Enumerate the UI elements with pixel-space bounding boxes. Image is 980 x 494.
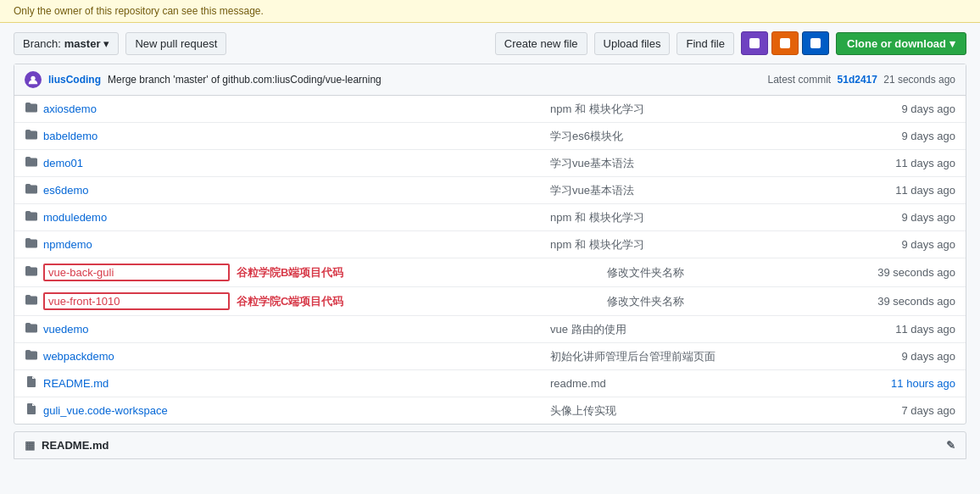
folder-icon — [25, 128, 38, 144]
file-description: npm 和 模块化学习 — [540, 210, 871, 225]
annotation-label: 谷粒学院B端项目代码 — [237, 265, 343, 280]
file-name[interactable]: README.md — [43, 377, 230, 390]
table-row: vue-back-guli谷粒学院B端项目代码修改文件夹名称39 seconds… — [14, 258, 966, 287]
file-description: readme.md — [540, 377, 871, 390]
file-timestamp: 11 days ago — [871, 184, 955, 197]
user-icon-group — [741, 31, 829, 55]
find-file-button[interactable]: Find file — [677, 32, 734, 55]
branch-selector[interactable]: Branch: master ▾ — [14, 32, 119, 55]
folder-icon — [25, 348, 38, 364]
folder-icon — [25, 209, 38, 225]
folder-icon — [25, 182, 38, 198]
file-name[interactable]: es6demo — [43, 184, 230, 197]
upload-files-button[interactable]: Upload files — [594, 32, 671, 55]
file-description: 头像上传实现 — [540, 403, 871, 419]
file-timestamp: 9 days ago — [871, 103, 955, 115]
file-description: 修改文件夹名称 — [597, 294, 871, 309]
file-description: 学习vue基本语法 — [540, 156, 871, 171]
file-icon — [25, 375, 38, 391]
folder-icon — [25, 264, 38, 280]
file-timestamp: 11 days ago — [871, 323, 955, 336]
file-timestamp: 9 days ago — [871, 211, 955, 224]
file-timestamp: 39 seconds ago — [871, 266, 955, 279]
file-timestamp: 9 days ago — [871, 350, 955, 363]
table-row: babeldemo学习es6模块化9 days ago — [14, 123, 966, 150]
annotation-label: 谷粒学院C端项目代码 — [237, 294, 343, 309]
table-row: webpackdemo初始化讲师管理后台管理前端页面9 days ago — [14, 343, 966, 370]
icon-button-3[interactable] — [802, 31, 829, 55]
chevron-down-icon: ▾ — [103, 37, 109, 50]
table-row: vuedemovue 路由的使用11 days ago — [14, 316, 966, 343]
file-timestamp: 9 days ago — [871, 238, 955, 251]
toolbar: Branch: master ▾ New pull request Create… — [0, 23, 980, 64]
readme-grid-icon: ▦ — [25, 439, 35, 452]
file-name[interactable]: axiosdemo — [43, 103, 230, 115]
dropdown-arrow-icon: ▾ — [949, 37, 955, 50]
file-name[interactable]: webpackdemo — [43, 350, 230, 363]
new-pull-request-button[interactable]: New pull request — [125, 32, 226, 55]
create-new-file-button[interactable]: Create new file — [495, 32, 587, 55]
table-row: moduledemonpm 和 模块化学习9 days ago — [14, 204, 966, 231]
table-row: demo01学习vue基本语法11 days ago — [14, 150, 966, 177]
file-description: npm 和 模块化学习 — [540, 237, 871, 253]
commit-hash[interactable]: 51d2417 — [838, 74, 877, 86]
table-row: README.mdreadme.md11 hours ago — [14, 370, 966, 397]
folder-icon — [25, 155, 38, 171]
notice-bar: Only the owner of this repository can se… — [0, 0, 980, 23]
folder-icon — [25, 321, 38, 337]
file-description: 修改文件夹名称 — [597, 265, 871, 280]
file-description: 学习vue基本语法 — [540, 183, 871, 198]
svg-rect-2 — [810, 38, 821, 48]
file-timestamp: 11 days ago — [871, 157, 955, 169]
commit-message: Merge branch 'master' of github.com:lius… — [108, 74, 381, 86]
svg-rect-0 — [749, 38, 760, 48]
commit-info: Latest commit 51d2417 21 seconds ago — [768, 74, 956, 86]
file-name[interactable]: vuedemo — [43, 323, 230, 336]
file-name[interactable]: babeldemo — [43, 130, 230, 142]
repo-table: liusCoding Merge branch 'master' of gith… — [14, 64, 966, 425]
file-name[interactable]: moduledemo — [43, 211, 230, 224]
table-row: vue-front-1010谷粒学院C端项目代码修改文件夹名称39 second… — [14, 287, 966, 316]
table-row: es6demo学习vue基本语法11 days ago — [14, 177, 966, 204]
table-row: guli_vue.code-workspace头像上传实现7 days ago — [14, 397, 966, 424]
folder-icon — [25, 293, 38, 309]
avatar — [25, 71, 42, 88]
svg-rect-1 — [780, 38, 790, 48]
folder-icon — [25, 236, 38, 253]
branch-name: master — [64, 37, 101, 50]
file-name[interactable]: vue-front-1010 — [43, 292, 230, 310]
file-icon — [25, 402, 38, 419]
file-timestamp: 7 days ago — [871, 404, 955, 417]
readme-bar: ▦ README.md ✎ — [14, 431, 966, 459]
commit-username[interactable]: liusCoding — [48, 74, 101, 86]
edit-icon[interactable]: ✎ — [946, 439, 955, 452]
file-name[interactable]: npmdemo — [43, 238, 230, 251]
file-timestamp: 11 hours ago — [871, 377, 955, 390]
icon-button-2[interactable] — [771, 31, 799, 55]
file-description: npm 和 模块化学习 — [540, 102, 871, 117]
file-description: vue 路由的使用 — [540, 322, 871, 337]
table-row: npmdemonpm 和 模块化学习9 days ago — [14, 231, 966, 258]
file-description: 初始化讲师管理后台管理前端页面 — [540, 349, 871, 364]
file-timestamp: 39 seconds ago — [871, 295, 955, 308]
table-row: axiosdemonpm 和 模块化学习9 days ago — [14, 96, 966, 123]
repo-commit-header: liusCoding Merge branch 'master' of gith… — [14, 64, 966, 96]
file-list: axiosdemonpm 和 模块化学习9 days agobabeldemo学… — [14, 96, 966, 424]
icon-button-1[interactable] — [741, 31, 768, 55]
file-name[interactable]: guli_vue.code-workspace — [43, 404, 230, 417]
branch-label: Branch: — [23, 37, 61, 50]
file-name[interactable]: vue-back-guli — [43, 264, 230, 281]
file-timestamp: 9 days ago — [871, 130, 955, 142]
clone-or-download-button[interactable]: Clone or download ▾ — [836, 32, 966, 55]
folder-icon — [25, 101, 38, 117]
file-description: 学习es6模块化 — [540, 129, 871, 144]
file-name[interactable]: demo01 — [43, 157, 230, 169]
readme-title: README.md — [42, 439, 109, 452]
